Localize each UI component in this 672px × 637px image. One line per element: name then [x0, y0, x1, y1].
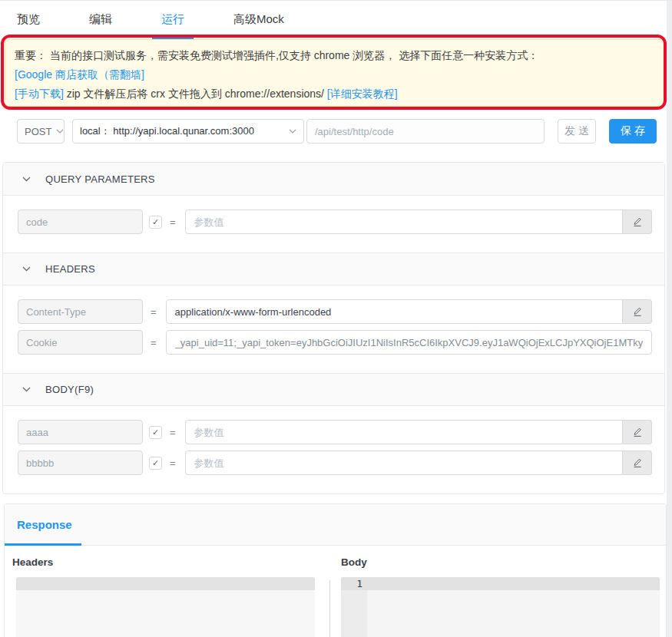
manual-download-link[interactable]: [手动下载]: [15, 87, 64, 100]
header-name-input[interactable]: [18, 330, 143, 355]
param-row: ✓ =: [18, 451, 652, 475]
install-tutorial-link[interactable]: [详细安装教程]: [327, 87, 398, 100]
collapse-chevron-icon: [22, 387, 31, 392]
response-headers-editor[interactable]: [16, 577, 315, 637]
response-content: Headers Body 1: [5, 546, 666, 637]
warning-line-1: 重要： 当前的接口测试服务，需安装免费测试增强插件,仅支持 chrome 浏览器…: [15, 46, 652, 65]
edit-value-button[interactable]: [623, 420, 652, 444]
section-title: QUERY PARAMETERS: [45, 173, 155, 185]
equals-sign: =: [170, 216, 176, 228]
header-row: =: [18, 299, 652, 324]
domain-select-value: local： http://yapi.local.qunar.com:3000: [80, 124, 254, 138]
chevron-down-icon: [56, 129, 64, 134]
tab-preview[interactable]: 预览: [8, 1, 49, 39]
manual-download-text: zip 文件解压后将 crx 文件拖入到 chrome://extensions…: [64, 87, 327, 100]
param-enabled-checkbox[interactable]: ✓: [149, 216, 162, 229]
editor-active-line: [16, 577, 315, 590]
column-divider: [329, 580, 330, 637]
edit-value-button[interactable]: [623, 451, 652, 475]
chevron-down-icon: [289, 129, 296, 134]
response-body-column: Body 1: [341, 556, 660, 637]
response-headers-column: Headers: [12, 556, 315, 637]
param-row: ✓ =: [18, 210, 652, 234]
tab-response[interactable]: Response: [5, 518, 86, 531]
active-tab-underline: [5, 543, 81, 546]
param-name-input[interactable]: [18, 210, 143, 234]
response-body-label: Body: [341, 556, 660, 568]
param-value-input[interactable]: [185, 210, 623, 234]
request-bar: POST local： http://yapi.local.qunar.com:…: [17, 119, 672, 144]
param-name-input[interactable]: [18, 420, 143, 444]
equals-sign: =: [151, 337, 157, 348]
response-body-editor[interactable]: 1: [341, 577, 660, 637]
response-panel: Response Headers Body 1: [4, 503, 667, 637]
response-tabbar: Response: [5, 504, 666, 546]
pencil-icon: [632, 427, 643, 437]
headers-body: = =: [3, 285, 664, 373]
google-store-link[interactable]: [Google 商店获取（需翻墙]: [15, 68, 144, 81]
param-enabled-checkbox[interactable]: ✓: [149, 426, 162, 439]
tab-advanced-mock[interactable]: 高级Mock: [224, 1, 293, 39]
pencil-icon: [632, 457, 643, 468]
send-button[interactable]: 发 送: [558, 119, 596, 144]
query-parameters-body: ✓ =: [3, 196, 664, 252]
pencil-icon: [632, 216, 643, 227]
param-row: ✓ =: [18, 420, 652, 444]
page-tabs: 预览 编辑 运行 高级Mock: [0, 1, 672, 39]
method-select-value: POST: [25, 126, 51, 137]
section-title: HEADERS: [45, 263, 95, 275]
header-row: =: [18, 330, 652, 355]
section-header-headers[interactable]: HEADERS: [3, 252, 664, 285]
body-params-body: ✓ = ✓ =: [3, 406, 664, 493]
line-number: 1: [341, 577, 362, 590]
editor-active-line: [341, 577, 660, 590]
section-title: BODY(F9): [45, 384, 94, 395]
plugin-warning-alert: 重要： 当前的接口测试服务，需安装免费测试增强插件,仅支持 chrome 浏览器…: [5, 39, 665, 107]
equals-sign: =: [170, 457, 176, 469]
equals-sign: =: [151, 306, 157, 318]
header-value-input[interactable]: [166, 299, 623, 324]
checkmark-icon: ✓: [152, 217, 159, 227]
warning-line-2: [Google 商店获取（需翻墙]: [15, 65, 652, 84]
pencil-icon: [632, 306, 643, 317]
section-header-query-parameters[interactable]: QUERY PARAMETERS: [3, 163, 664, 196]
path-input[interactable]: [306, 119, 545, 144]
edit-value-button[interactable]: [623, 299, 652, 324]
param-name-input[interactable]: [18, 451, 143, 475]
domain-select[interactable]: local： http://yapi.local.qunar.com:3000: [72, 119, 304, 144]
tab-edit[interactable]: 编辑: [80, 1, 121, 39]
edit-value-button[interactable]: [623, 210, 652, 234]
collapse-chevron-icon: [22, 266, 31, 272]
equals-sign: =: [170, 427, 176, 438]
tab-run[interactable]: 运行: [152, 1, 194, 39]
collapse-chevron-icon: [22, 177, 31, 182]
save-button[interactable]: 保 存: [609, 119, 657, 144]
section-header-body[interactable]: BODY(F9): [3, 373, 664, 406]
request-params-panel: QUERY PARAMETERS ✓ = HEADERS: [2, 162, 665, 494]
header-value-input[interactable]: [166, 330, 652, 355]
header-name-input[interactable]: [18, 299, 143, 324]
page-scrollbar-track[interactable]: [667, 1, 672, 637]
param-value-input[interactable]: [185, 420, 623, 444]
param-value-input[interactable]: [185, 451, 623, 475]
method-select[interactable]: POST: [17, 119, 65, 144]
param-enabled-checkbox[interactable]: ✓: [149, 457, 162, 470]
warning-line-3: [手动下载] zip 文件解压后将 crx 文件拖入到 chrome://ext…: [15, 84, 652, 104]
response-headers-label: Headers: [12, 556, 315, 568]
checkmark-icon: ✓: [152, 458, 159, 468]
checkmark-icon: ✓: [152, 427, 159, 437]
